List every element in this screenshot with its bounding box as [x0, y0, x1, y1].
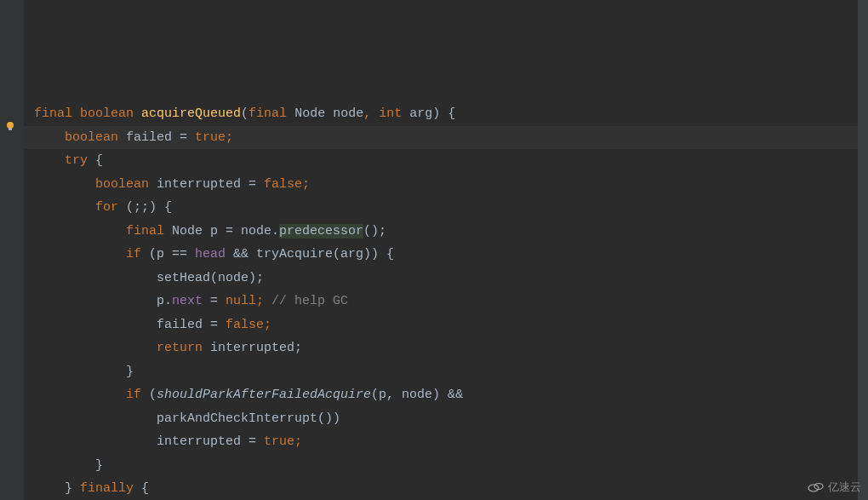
code-content: final boolean acquireQueued(final Node n…: [34, 79, 858, 501]
watermark: 亿速云: [808, 480, 861, 495]
watermark-icon: [808, 481, 825, 493]
code-line: failed = false;: [34, 318, 271, 332]
code-line: parkAndCheckInterrupt()): [34, 411, 340, 426]
code-line: try {: [34, 153, 103, 168]
code-line: p.next = null; // help GC: [34, 294, 348, 308]
code-line: setHead(node);: [34, 271, 264, 285]
editor-container: final boolean acquireQueued(final Node n…: [0, 0, 868, 500]
code-line: }: [34, 458, 103, 473]
code-line: for (;;) {: [34, 200, 172, 215]
code-line: }: [34, 365, 134, 379]
code-line: } finally {: [34, 481, 149, 496]
code-line: return interrupted;: [34, 341, 302, 355]
watermark-text: 亿速云: [828, 480, 861, 495]
scrollbar[interactable]: [858, 0, 868, 500]
code-line: if (shouldParkAfterFailedAcquire(p, node…: [34, 388, 463, 402]
svg-point-0: [7, 122, 14, 129]
code-line: boolean failed = true;: [34, 130, 233, 145]
code-line: final Node p = node.predecessor();: [34, 224, 386, 239]
code-line: interrupted = true;: [34, 434, 302, 449]
svg-point-2: [808, 485, 819, 491]
code-area[interactable]: final boolean acquireQueued(final Node n…: [24, 0, 868, 500]
gutter: [0, 0, 24, 500]
svg-rect-1: [9, 128, 12, 130]
lightbulb-icon[interactable]: [3, 119, 17, 133]
code-line: boolean interrupted = false;: [34, 177, 310, 192]
code-line: if (p == head && tryAcquire(arg)) {: [34, 247, 394, 261]
code-line: final boolean acquireQueued(final Node n…: [34, 106, 455, 121]
